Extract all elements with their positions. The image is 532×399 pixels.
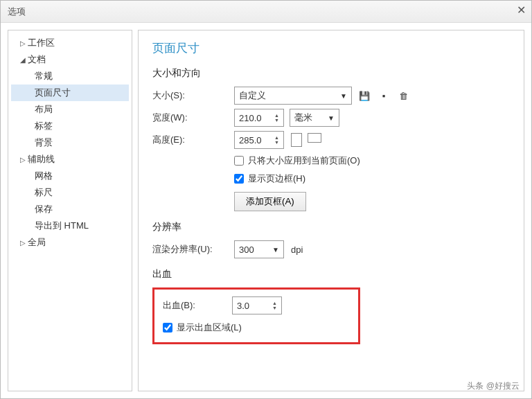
tree-grid[interactable]: 网格	[11, 168, 129, 184]
tree-label: 保存	[35, 204, 53, 214]
save-preset-icon[interactable]: 💾	[357, 89, 371, 103]
tree-general[interactable]: 常规	[11, 68, 129, 85]
size-value: 自定义	[239, 89, 266, 102]
chevron-down-icon: ▼	[340, 92, 347, 100]
spinner-arrows-icon[interactable]: ▲▼	[272, 301, 277, 310]
width-label: 宽度(W):	[152, 112, 234, 124]
chevron-down-icon: ◢	[19, 56, 26, 64]
height-label: 高度(E):	[152, 134, 234, 146]
tree-label: 页面尺寸	[35, 87, 71, 98]
show-border-label: 显示页边框(H)	[248, 172, 305, 185]
tree-document[interactable]: ◢文档	[11, 51, 129, 68]
width-spin[interactable]: 210.0 ▲▼	[234, 109, 284, 127]
settings-panel: 页面尺寸 大小和方向 大小(S): 自定义 ▼ 💾 ▪ 🗑 宽度(W): 210…	[138, 30, 524, 391]
title-bar: 选项 ✕	[1, 1, 531, 23]
chevron-right-icon: ▷	[19, 156, 26, 163]
tree-label: 常规	[35, 71, 53, 81]
tree-global[interactable]: ▷全局	[11, 234, 129, 251]
chevron-right-icon: ▷	[19, 39, 26, 47]
bleed-highlight: 出血(B): 3.0 ▲▼ 显示出血区域(L)	[152, 287, 360, 344]
bleed-section-heading: 出血	[152, 268, 510, 281]
apply-current-label: 只将大小应用到当前页面(O)	[248, 154, 360, 167]
dpi-label: dpi	[291, 245, 303, 255]
tree-label: 标尺	[35, 187, 53, 197]
tree-label: 网格	[35, 170, 53, 181]
tree-label: 背景	[35, 137, 53, 148]
tree-guides[interactable]: ▷辅助线	[11, 151, 129, 168]
tree-background[interactable]: 背景	[11, 134, 129, 151]
bleed-spin[interactable]: 3.0 ▲▼	[232, 296, 282, 314]
chevron-down-icon: ▼	[272, 246, 279, 254]
size-combo[interactable]: 自定义 ▼	[234, 87, 352, 105]
tree-label: 文档	[28, 54, 46, 64]
height-spin[interactable]: 285.0 ▲▼	[234, 131, 284, 149]
show-border-checkbox[interactable]	[234, 174, 244, 184]
tree-rulers[interactable]: 标尺	[11, 184, 129, 201]
tree-export[interactable]: 导出到 HTML	[11, 218, 129, 234]
tree-label: 工作区	[28, 37, 55, 48]
render-res-combo[interactable]: 300 ▼	[234, 240, 284, 258]
bleed-label: 出血(B):	[163, 299, 232, 312]
render-res-label: 渲染分辨率(U):	[152, 243, 234, 256]
tree-label: 布局	[35, 104, 53, 114]
size-label: 大小(S):	[152, 89, 234, 102]
show-bleed-checkbox[interactable]	[163, 323, 172, 332]
watermark: 头条 @好搜云	[467, 380, 520, 392]
tree-save[interactable]: 保存	[11, 201, 129, 218]
unit-combo[interactable]: 毫米 ▼	[290, 109, 339, 127]
tree-layout[interactable]: 布局	[11, 101, 129, 118]
chevron-down-icon: ▼	[328, 114, 335, 122]
options-tree: ▷工作区 ◢文档 常规 页面尺寸 布局 标签 背景 ▷辅助线 网格 标尺 保存 …	[8, 30, 132, 391]
width-value: 210.0	[239, 113, 262, 123]
tree-workspace[interactable]: ▷工作区	[11, 35, 129, 51]
chevron-right-icon: ▷	[19, 239, 26, 247]
tree-label[interactable]: 标签	[11, 118, 129, 134]
window-title: 选项	[8, 6, 26, 18]
spinner-arrows-icon[interactable]: ▲▼	[274, 113, 279, 123]
show-bleed-label: 显示出血区域(L)	[177, 321, 242, 334]
size-section-heading: 大小和方向	[152, 67, 510, 80]
tree-pagesize[interactable]: 页面尺寸	[11, 85, 129, 101]
tree-label: 标签	[35, 121, 53, 131]
add-frame-button[interactable]: 添加页框(A)	[234, 192, 306, 211]
tree-label: 导出到 HTML	[35, 220, 89, 231]
spinner-arrows-icon[interactable]: ▲▼	[274, 135, 279, 145]
height-value: 285.0	[239, 135, 262, 145]
tree-label: 辅助线	[28, 154, 55, 164]
close-icon[interactable]: ✕	[517, 3, 526, 17]
unit-value: 毫米	[294, 112, 312, 124]
edit-preset-icon[interactable]: ▪	[377, 89, 391, 103]
panel-heading: 页面尺寸	[152, 40, 510, 56]
landscape-icon[interactable]	[308, 133, 321, 143]
resolution-section-heading: 分辨率	[152, 221, 510, 233]
portrait-icon[interactable]	[291, 133, 302, 147]
apply-current-checkbox[interactable]	[234, 156, 244, 166]
delete-preset-icon[interactable]: 🗑	[396, 89, 410, 103]
bleed-value: 3.0	[237, 301, 249, 311]
render-res-value: 300	[239, 245, 254, 255]
tree-label: 全局	[28, 237, 46, 247]
